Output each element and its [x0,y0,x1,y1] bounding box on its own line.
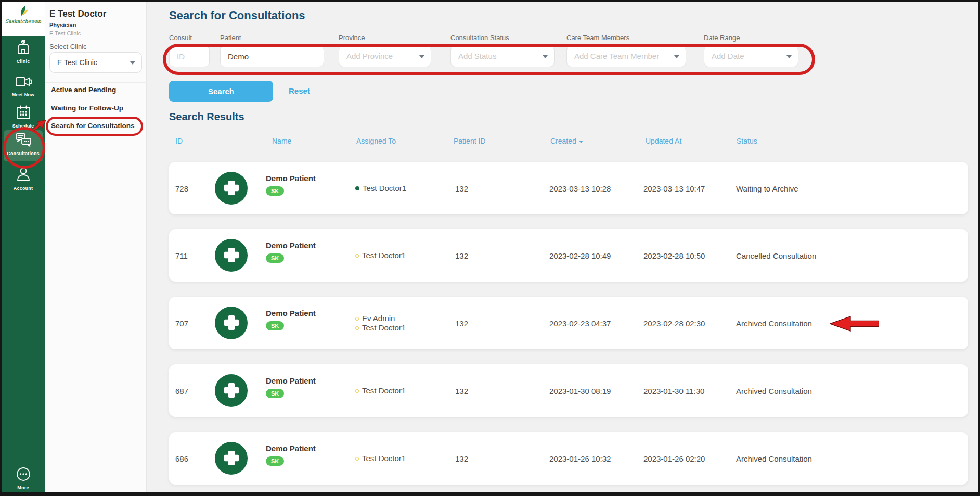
date-placeholder: Add Date [712,52,744,60]
chevron-down-icon [419,55,424,58]
sidebar-item-clinic[interactable]: Clinic [2,39,45,64]
patient-avatar-plus-icon [215,172,248,205]
sidebar-label-more: More [2,485,45,490]
patient-name: Demo Patient [266,376,316,385]
column-header-patient-id[interactable]: Patient ID [454,137,485,145]
sidebar-item-meet-now[interactable]: Meet Now [2,74,45,97]
column-header-status[interactable]: Status [737,137,757,145]
consult-id: 728 [175,184,188,193]
consultation-status-select[interactable]: Add Status [450,45,555,67]
chevron-down-icon [674,55,679,58]
calendar-icon [16,105,31,122]
assigned-to: Test Doctor1 [355,251,406,260]
status-text: Waiting to Archive [736,184,798,193]
created-at: 2023-03-13 10:28 [549,184,611,193]
updated-at: 2023-02-28 02:30 [643,319,705,327]
assignee-name: Test Doctor1 [362,386,406,395]
column-header-name[interactable]: Name [272,137,291,145]
province-placeholder: Add Province [346,52,393,60]
status-placeholder: Add Status [458,52,496,60]
person-icon [15,166,32,185]
presence-dot-icon [355,326,359,330]
user-clinic: E Test Clinic [49,30,81,36]
patient-avatar-plus-icon [215,374,248,407]
patient-label: Patient [220,34,241,42]
main-content: Search for Consultations Consult Patient… [147,2,978,492]
patient-id: 132 [455,454,468,463]
icon-sidebar: Saskatchewan Clinic [2,2,45,492]
clinic-dropdown[interactable]: E Test Clinic [49,52,142,73]
province-badge: SK [266,186,284,196]
table-row[interactable]: 728 Demo Patient SK Test Doctor1 132 202… [169,162,968,214]
province-badge: SK [266,253,284,263]
nav-item-active-and-pending[interactable]: Active and Pending [51,86,116,94]
status-text: Archived Consultation [736,319,812,327]
table-row[interactable]: 707 Demo Patient SK Ev Admin Test Doctor… [169,297,968,349]
wheat-sheaf-icon [17,5,30,17]
sidebar-label-clinic: Clinic [2,59,45,64]
assignee-name: Test Doctor1 [362,454,406,463]
assignee-name: Test Doctor1 [362,251,406,260]
updated-at: 2023-03-13 10:47 [643,184,705,193]
patient-input[interactable] [220,45,324,67]
consultation-status-label: Consultation Status [450,34,509,42]
table-row[interactable]: 686 Demo Patient SK Test Doctor1 132 202… [169,432,968,485]
assignee-name: Test Doctor1 [362,323,406,332]
sidebar-item-account[interactable]: Account [2,166,45,191]
date-range-label: Date Range [704,34,740,42]
care-team-member-select[interactable]: Add Care Team Member [566,45,686,67]
column-header-created-label: Created [550,137,576,145]
created-at: 2023-02-23 04:37 [549,319,611,327]
user-name: E Test Doctor [49,9,106,19]
nav-item-search-for-consultations[interactable]: Search for Consultations [51,122,135,130]
saskatchewan-logo: Saskatchewan [2,2,45,36]
updated-at: 2023-01-26 02:20 [643,454,705,463]
clinic-dropdown-value: E Test Clinic [57,58,97,67]
column-header-updated-at[interactable]: Updated At [646,137,681,145]
consult-id: 711 [175,251,188,260]
annotation-arrow-archived-status [830,315,879,334]
assigned-to: Ev Admin Test Doctor1 [355,314,406,333]
page-title: Search for Consultations [169,9,305,22]
table-row[interactable]: 711 Demo Patient SK Test Doctor1 132 202… [169,229,968,282]
column-header-created[interactable]: Created [550,137,583,145]
patient-avatar-plus-icon [215,442,248,475]
created-at: 2023-02-28 10:49 [549,251,611,260]
status-text: Cancelled Consultation [736,251,816,260]
assigned-to: Test Doctor1 [355,386,406,396]
presence-dot-icon [355,389,359,393]
presence-dot-icon [355,186,359,190]
date-range-select[interactable]: Add Date [704,45,798,67]
care-team-placeholder: Add Care Team Member [574,52,659,60]
province-select[interactable]: Add Province [339,45,431,67]
app-window: Saskatchewan Clinic [0,0,980,496]
select-clinic-label: Select Clinic [49,43,87,50]
assigned-to: Test Doctor1 [355,184,406,193]
sidebar-label-meet-now: Meet Now [2,92,45,97]
nav-item-waiting-for-follow-up[interactable]: Waiting for Follow-Up [51,104,123,112]
care-team-members-label: Care Team Members [566,34,629,42]
sidebar-item-consultations[interactable]: Consultations [2,132,45,156]
column-header-id[interactable]: ID [175,137,183,145]
search-button[interactable]: Search [169,81,273,102]
province-badge: SK [266,456,284,466]
more-ellipsis-icon [16,466,31,484]
chat-bubbles-icon [15,132,32,150]
assignee-name: Ev Admin [362,314,395,323]
assignee-name: Test Doctor1 [363,184,406,193]
reset-button[interactable]: Reset [289,86,310,95]
patient-avatar-plus-icon [215,239,248,272]
divider [45,82,147,83]
table-row[interactable]: 687 Demo Patient SK Test Doctor1 132 202… [169,364,968,417]
patient-name: Demo Patient [266,174,316,183]
sidebar-item-schedule[interactable]: Schedule [2,105,45,129]
created-at: 2023-01-26 10:32 [549,454,611,463]
consult-label: Consult [169,34,192,42]
sidebar-item-more[interactable]: More [2,466,45,490]
sidebar-label-consultations: Consultations [2,151,45,156]
column-header-assigned-to[interactable]: Assigned To [356,137,396,145]
province-badge: SK [266,321,284,330]
results-title: Search Results [169,111,244,123]
consult-id-input[interactable] [169,45,210,67]
patient-avatar-plus-icon [215,307,248,339]
